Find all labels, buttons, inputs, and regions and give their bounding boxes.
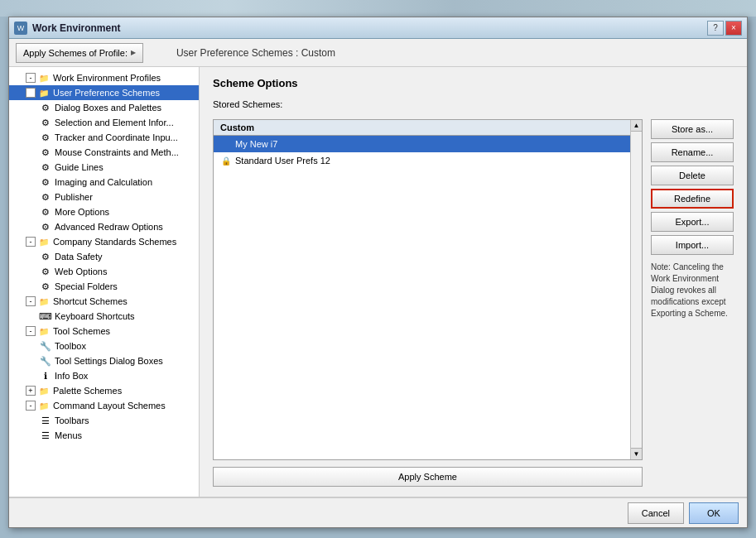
import-button[interactable]: Import... xyxy=(651,235,734,255)
tree-item-tool-schemes[interactable]: - 📁 Tool Schemes xyxy=(9,324,199,339)
tree-panel[interactable]: - 📁 Work Environment Profiles - 📁 User P… xyxy=(9,67,200,497)
folder-icon-4: 📁 xyxy=(37,295,51,307)
dialog-icon: W xyxy=(14,22,27,35)
tree-label-work-env: Work Environment Profiles xyxy=(53,73,161,83)
tree-item-palette-schemes[interactable]: + 📁 Palette Schemes xyxy=(9,383,199,398)
cad-background xyxy=(0,0,756,17)
scheme-options-title: Scheme Options xyxy=(213,77,734,89)
tree-label-more-options: More Options xyxy=(55,207,109,217)
folder-icon-6: 📁 xyxy=(37,385,51,396)
stored-schemes-label: Stored Schemes: xyxy=(213,99,734,109)
settings-icon-5: ⚙ xyxy=(39,161,52,173)
tree-item-shortcut-schemes[interactable]: - 📁 Shortcut Schemes xyxy=(9,294,199,309)
scheme-item-my-new-i7[interactable]: My New i7 xyxy=(214,136,630,152)
settings-icon-11: ⚙ xyxy=(39,266,52,277)
title-bar: W Work Environment ? × xyxy=(9,17,747,39)
tree-label-mouse: Mouse Constraints and Meth... xyxy=(55,147,179,157)
delete-button[interactable]: Delete xyxy=(651,166,734,185)
work-environment-dialog: W Work Environment ? × Apply Schemes of … xyxy=(8,17,748,528)
tree-label-toolbars: Toolbars xyxy=(55,416,89,425)
tree-label-selection: Selection and Element Infor... xyxy=(55,118,174,127)
main-content: - 📁 Work Environment Profiles - 📁 User P… xyxy=(9,67,747,497)
info-box-icon: ℹ xyxy=(39,370,52,382)
tree-label-user-pref: User Preference Schemes xyxy=(53,88,160,98)
tree-item-user-pref[interactable]: - 📁 User Preference Schemes xyxy=(9,85,199,100)
expand-command-layout[interactable]: - xyxy=(26,401,36,411)
tree-item-special-folders[interactable]: ⚙ Special Folders xyxy=(9,279,199,294)
tree-label-shortcut-schemes: Shortcut Schemes xyxy=(53,296,128,306)
help-button[interactable]: ? xyxy=(707,21,724,36)
tree-item-dialog-boxes[interactable]: ⚙ Dialog Boxes and Palettes xyxy=(9,100,199,115)
settings-icon-6: ⚙ xyxy=(39,176,52,188)
tree-item-work-env-profiles[interactable]: - 📁 Work Environment Profiles xyxy=(9,70,199,85)
tree-label-palette-schemes: Palette Schemes xyxy=(53,386,122,396)
tree-item-tool-settings[interactable]: 🔧 Tool Settings Dialog Boxes xyxy=(9,353,199,368)
settings-icon-2: ⚙ xyxy=(39,117,52,128)
tree-label-tool-settings: Tool Settings Dialog Boxes xyxy=(55,356,163,366)
tree-label-adv-redraw: Advanced Redraw Options xyxy=(55,222,163,232)
tree-item-selection[interactable]: ⚙ Selection and Element Infor... xyxy=(9,115,199,130)
expand-shortcut[interactable]: - xyxy=(26,296,36,306)
header-label: User Preference Schemes : Custom xyxy=(143,47,740,59)
tree-item-publisher[interactable]: ⚙ Publisher xyxy=(9,190,199,204)
title-buttons: ? × xyxy=(707,21,742,36)
tree-item-imaging[interactable]: ⚙ Imaging and Calculation xyxy=(9,175,199,190)
expand-company-std[interactable]: - xyxy=(26,237,36,247)
tree-item-info-box[interactable]: ℹ Info Box xyxy=(9,368,199,383)
folder-icon-7: 📁 xyxy=(37,400,51,411)
folder-icon-5: 📁 xyxy=(37,325,51,337)
toolbox-icon: 🔧 xyxy=(39,340,52,352)
apply-schemes-button[interactable]: Apply Schemes of Profile: ▶ xyxy=(16,43,143,63)
menus-icon: ☰ xyxy=(39,430,52,441)
export-button[interactable]: Export... xyxy=(651,212,734,232)
schemes-list-container: Custom My New i7 🔒 Standard User Prefs 1… xyxy=(213,119,643,487)
tree-label-company-std: Company Standards Schemes xyxy=(53,237,176,247)
tree-item-adv-redraw[interactable]: ⚙ Advanced Redraw Options xyxy=(9,219,199,234)
toolbar-row: Apply Schemes of Profile: ▶ User Prefere… xyxy=(9,39,747,67)
tree-item-toolbox[interactable]: 🔧 Toolbox xyxy=(9,339,199,353)
settings-icon-8: ⚙ xyxy=(39,206,52,218)
toolbars-icon: ☰ xyxy=(39,415,52,426)
tree-label-imaging: Imaging and Calculation xyxy=(55,177,152,187)
tree-label-menus: Menus xyxy=(55,430,82,440)
schemes-list[interactable]: Custom My New i7 🔒 Standard User Prefs 1… xyxy=(214,120,630,459)
cancel-button[interactable]: Cancel xyxy=(628,502,684,524)
expand-tool-schemes[interactable]: - xyxy=(26,326,36,336)
folder-icon-3: 📁 xyxy=(37,236,51,247)
tree-item-company-std[interactable]: - 📁 Company Standards Schemes xyxy=(9,234,199,249)
scheme-item-standard-user-prefs[interactable]: 🔒 Standard User Prefs 12 xyxy=(214,152,630,169)
tree-label-data-safety: Data Safety xyxy=(55,252,102,262)
schemes-scrollbar[interactable]: ▲ ▼ xyxy=(630,120,642,459)
tree-label-tool-schemes: Tool Schemes xyxy=(53,326,110,336)
note-text: Note: Canceling the Work Environment Dia… xyxy=(651,262,734,319)
ok-button[interactable]: OK xyxy=(689,502,739,524)
tree-item-toolbars[interactable]: ☰ Toolbars xyxy=(9,413,199,428)
rename-button[interactable]: Rename... xyxy=(651,142,734,162)
settings-icon-10: ⚙ xyxy=(39,251,52,262)
tool-settings-icon: 🔧 xyxy=(39,355,52,367)
tree-label-toolbox: Toolbox xyxy=(55,341,86,351)
tree-item-menus[interactable]: ☰ Menus xyxy=(9,428,199,443)
expand-user-pref[interactable]: - xyxy=(26,88,36,98)
tree-item-guide-lines[interactable]: ⚙ Guide Lines xyxy=(9,160,199,175)
apply-scheme-button[interactable]: Apply Scheme xyxy=(213,467,643,487)
store-as-button[interactable]: Store as... xyxy=(651,119,734,139)
tree-item-keyboard[interactable]: ⌨ Keyboard Shortcuts xyxy=(9,309,199,324)
redefine-button[interactable]: Redefine xyxy=(651,189,734,209)
expand-work-env[interactable]: - xyxy=(26,73,36,83)
close-button[interactable]: × xyxy=(725,21,742,36)
expand-palette[interactable]: + xyxy=(26,386,36,396)
tree-label-dialog-boxes: Dialog Boxes and Palettes xyxy=(55,103,161,113)
right-panel: Scheme Options Stored Schemes: Custom My… xyxy=(200,67,747,497)
scroll-down-arrow[interactable]: ▼ xyxy=(631,448,642,459)
scroll-up-arrow[interactable]: ▲ xyxy=(631,120,642,132)
tree-item-tracker[interactable]: ⚙ Tracker and Coordinate Inpu... xyxy=(9,130,199,145)
tree-item-data-safety[interactable]: ⚙ Data Safety xyxy=(9,249,199,264)
tree-item-more-options[interactable]: ⚙ More Options xyxy=(9,204,199,219)
tree-item-mouse[interactable]: ⚙ Mouse Constraints and Meth... xyxy=(9,145,199,160)
bottom-bar: Cancel OK xyxy=(9,497,747,527)
folder-icon: 📁 xyxy=(37,72,51,84)
tree-item-web-options[interactable]: ⚙ Web Options xyxy=(9,264,199,279)
tree-item-command-layout[interactable]: - 📁 Command Layout Schemes xyxy=(9,398,199,413)
schemes-list-wrapper: Custom My New i7 🔒 Standard User Prefs 1… xyxy=(213,119,643,460)
